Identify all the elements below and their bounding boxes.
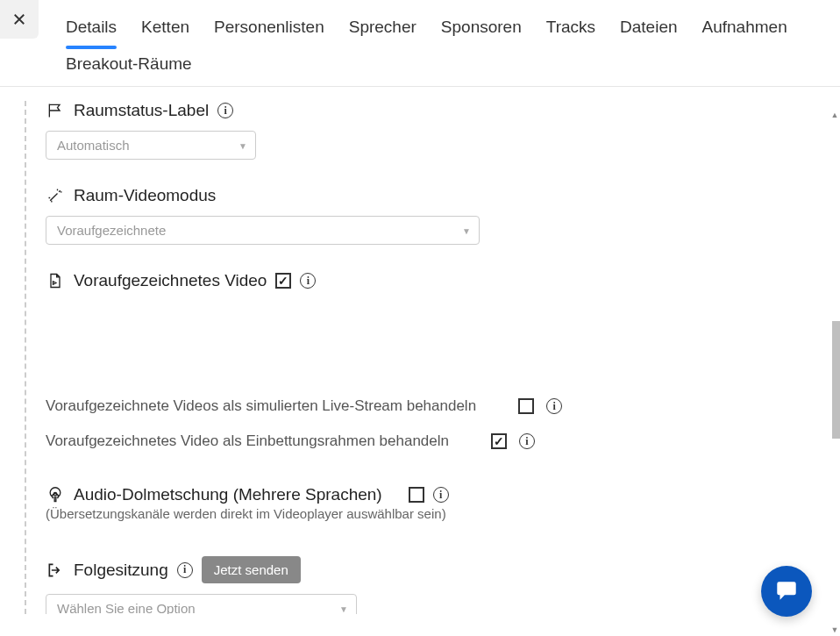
folgesitzung-title: Folgesitzung	[74, 561, 168, 580]
close-icon	[11, 11, 27, 27]
videomodus-title: Raum-Videomodus	[74, 186, 216, 205]
tabs-nav: Details Ketten Personenlisten Sprecher S…	[0, 0, 840, 87]
scrollbar-thumb[interactable]	[832, 321, 840, 439]
info-icon[interactable]: i	[177, 562, 193, 578]
scroll-up-icon[interactable]: ▲	[830, 111, 839, 119]
flag-icon	[46, 101, 65, 120]
sign-out-icon	[46, 561, 65, 580]
raumstatus-title: Raumstatus-Label	[74, 101, 209, 120]
tab-sprecher[interactable]: Sprecher	[349, 18, 416, 49]
jetzt-senden-button[interactable]: Jetzt senden	[202, 556, 301, 583]
tab-tracks[interactable]: Tracks	[546, 18, 595, 49]
info-icon[interactable]: i	[519, 433, 535, 449]
tab-ketten[interactable]: Ketten	[141, 18, 189, 49]
row-einbettung: Voraufgezeichnetes Video als Einbettungs…	[46, 432, 815, 450]
scroll-down-icon[interactable]: ▼	[830, 625, 839, 634]
info-icon[interactable]: i	[217, 103, 233, 118]
voraufgezeichnet-checkbox[interactable]	[275, 273, 291, 289]
chat-icon	[773, 578, 800, 604]
tab-personenlisten[interactable]: Personenlisten	[214, 18, 324, 49]
raumstatus-select[interactable]: Automatisch	[46, 131, 256, 160]
einbettung-label: Voraufgezeichnetes Video als Einbettungs…	[46, 432, 449, 450]
row-livestream: Voraufgezeichnete Videos als simulierten…	[46, 397, 815, 415]
section-voraufgezeichnet: Voraufgezeichnetes Video i	[46, 271, 815, 371]
chat-widget-button[interactable]	[761, 566, 812, 617]
einbettung-checkbox[interactable]	[491, 433, 507, 449]
info-icon[interactable]: i	[300, 273, 316, 289]
tab-details[interactable]: Details	[66, 18, 117, 49]
file-video-icon	[46, 271, 65, 290]
tab-sponsoren[interactable]: Sponsoren	[441, 18, 522, 49]
livestream-checkbox[interactable]	[518, 398, 534, 414]
tab-dateien[interactable]: Dateien	[620, 18, 678, 49]
info-icon[interactable]: i	[546, 398, 562, 414]
wand-icon	[46, 186, 65, 205]
section-folgesitzung: Folgesitzung i Jetzt senden Wählen Sie e…	[46, 556, 815, 614]
close-button[interactable]	[0, 0, 39, 39]
tab-breakout-raeume[interactable]: Breakout-Räume	[66, 54, 192, 86]
audio-subtext: (Übersetzungskanäle werden direkt im Vid…	[46, 506, 815, 521]
folgesitzung-select[interactable]: Wählen Sie eine Option	[46, 594, 357, 614]
section-raumstatus: Raumstatus-Label i Automatisch ▼	[46, 101, 815, 160]
voraufgezeichnet-title: Voraufgezeichnetes Video	[74, 271, 267, 290]
tab-aufnahmen[interactable]: Aufnahmen	[702, 18, 787, 49]
livestream-label: Voraufgezeichnete Videos als simulierten…	[46, 397, 476, 415]
videomodus-select[interactable]: Voraufgezeichnete	[46, 216, 480, 245]
section-audio: Audio-Dolmetschung (Mehrere Sprachen) i …	[46, 485, 815, 521]
info-icon[interactable]: i	[433, 487, 449, 503]
audio-title: Audio-Dolmetschung (Mehrere Sprachen)	[74, 485, 382, 504]
content-area: Raumstatus-Label i Automatisch ▼ Raum-Vi…	[0, 87, 840, 614]
audio-checkbox[interactable]	[409, 487, 424, 503]
section-videomodus: Raum-Videomodus Voraufgezeichnete ▼	[46, 186, 815, 245]
podcast-icon	[46, 485, 65, 504]
scrollbar[interactable]: ▲ ▼	[829, 109, 840, 636]
